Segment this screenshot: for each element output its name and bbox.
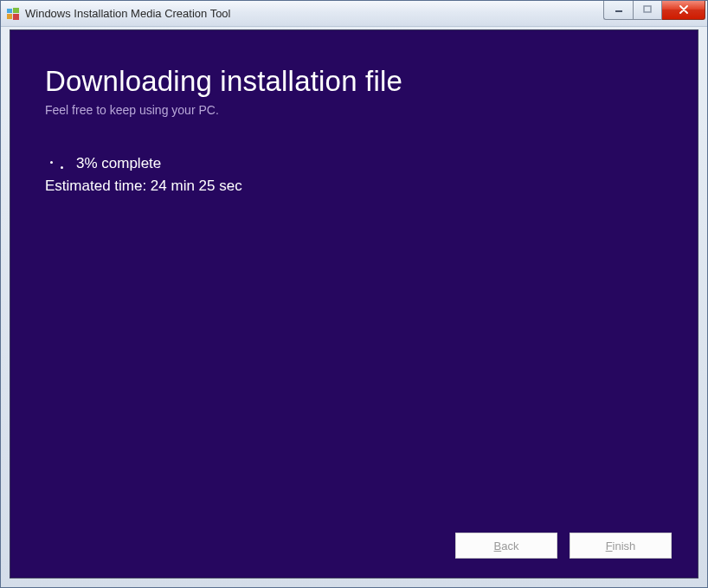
progress-percent: 3% complete [76, 155, 161, 172]
svg-rect-1 [13, 8, 19, 13]
estimated-time: Estimated time: 24 min 25 sec [45, 178, 663, 195]
close-icon [679, 4, 689, 16]
page-subheading: Feel free to keep using your PC. [45, 103, 663, 117]
svg-rect-4 [615, 10, 622, 12]
finish-button[interactable]: Finish [570, 533, 672, 559]
window-controls [603, 1, 705, 20]
maximize-button[interactable] [633, 1, 662, 20]
back-button[interactable]: Back [455, 533, 557, 559]
page-heading: Downloading installation file [45, 65, 663, 98]
minimize-icon [615, 5, 623, 16]
wizard-content: Downloading installation file Feel free … [10, 29, 698, 578]
svg-rect-0 [7, 9, 12, 13]
titlebar[interactable]: Windows Installation Media Creation Tool [1, 1, 707, 27]
svg-rect-5 [644, 6, 651, 12]
svg-rect-2 [7, 14, 12, 19]
close-button[interactable] [662, 1, 705, 20]
maximize-icon [643, 5, 652, 16]
svg-rect-3 [13, 14, 19, 20]
progress-row: 3% complete [45, 155, 663, 172]
app-window: Windows Installation Media Creation Tool [0, 0, 708, 588]
minimize-button[interactable] [603, 1, 633, 20]
app-icon [6, 7, 20, 21]
wizard-buttons: Back Finish [455, 533, 672, 559]
spinner-icon [45, 157, 71, 171]
